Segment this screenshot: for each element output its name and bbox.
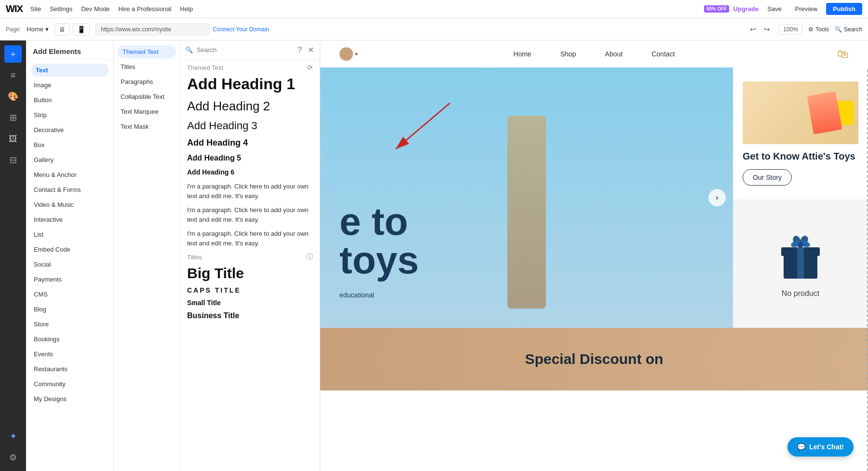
search-button[interactable]: 🔍 Search (835, 26, 862, 33)
chevron-down-icon: ▾ (45, 26, 49, 33)
menu-help[interactable]: Help (180, 5, 193, 13)
nav-dropdown-icon[interactable]: ▾ (355, 51, 358, 57)
add-heading-5[interactable]: Add Heading 5 (187, 154, 313, 162)
subpanel-text-mask[interactable]: Text Mask (114, 119, 180, 134)
paragraph-2[interactable]: I'm a paragraph. Click here to add your … (187, 205, 313, 224)
get-to-know-title: Get to Know Attie's Toys (743, 150, 855, 162)
panel-search-input[interactable] (197, 46, 293, 54)
add-elements-item-community[interactable]: Community (26, 377, 113, 391)
toy-image (743, 81, 858, 144)
subpanel-themed-text[interactable]: Themed Text (118, 45, 176, 58)
nav-link-contact[interactable]: Contact (651, 50, 675, 58)
sidebar-apps[interactable]: ⊞ (4, 109, 22, 126)
add-elements-item-mydesigns[interactable]: My Designs (26, 391, 113, 406)
sidebar-design[interactable]: 🎨 (4, 88, 22, 105)
menu-hire[interactable]: Hire a Professional (118, 5, 171, 13)
add-elements-item-text[interactable]: Text (31, 64, 108, 77)
themed-text-label: Themed Text (187, 64, 223, 71)
titles-section-header: Titles ⓘ (187, 253, 313, 261)
special-discount-text: Special Discount on (525, 351, 664, 367)
add-elements-item-menu[interactable]: Menu & Anchor (26, 167, 113, 182)
add-heading-4[interactable]: Add Heading 4 (187, 138, 313, 148)
add-heading-2[interactable]: Add Heading 2 (187, 99, 313, 114)
add-elements-item-box[interactable]: Box (26, 137, 113, 152)
cart-icon[interactable]: 🛍 (837, 47, 849, 60)
add-elements-item-bookings[interactable]: Bookings (26, 332, 113, 347)
nav-link-home[interactable]: Home (514, 50, 531, 58)
desktop-view-button[interactable]: 🖥 (54, 23, 70, 36)
hero-right-top: Get to Know Attie's Toys Our Story (733, 67, 868, 200)
paragraph-1[interactable]: I'm a paragraph. Click here to add your … (187, 182, 313, 201)
top-menu: Site Settings Dev Mode Hire a Profession… (30, 5, 193, 13)
paragraph-3[interactable]: I'm a paragraph. Click here to add your … (187, 229, 313, 248)
titles-info-icon[interactable]: ⓘ (306, 253, 313, 261)
nav-link-shop[interactable]: Shop (560, 50, 576, 58)
tools-button[interactable]: ⚙ Tools (808, 26, 829, 33)
publish-button[interactable]: Publish (826, 3, 862, 15)
add-elements-item-social[interactable]: Social (26, 257, 113, 272)
sidebar-media[interactable]: 🖼 (4, 130, 22, 148)
add-elements-item-restaurants[interactable]: Restaurants (26, 362, 113, 377)
subpanel-collapsible[interactable]: Collapsible Text (114, 89, 180, 104)
panel-help-button[interactable]: ? (297, 45, 303, 55)
menu-settings[interactable]: Settings (50, 5, 72, 13)
add-elements-item-embed[interactable]: Embed Code (26, 242, 113, 257)
nav-avatar (339, 47, 353, 61)
main-layout: ＋ ≡ 🎨 ⊞ 🖼 ⊟ ✦ ⚙ Add Elements Text Image … (0, 40, 868, 471)
connect-domain-link[interactable]: Connect Your Domain (213, 26, 269, 33)
svg-point-5 (798, 242, 803, 248)
add-heading-3[interactable]: Add Heading 3 (187, 120, 313, 132)
sidebar-add-elements[interactable]: ＋ (4, 45, 22, 63)
add-elements-item-contact[interactable]: Contact & Forms (26, 182, 113, 197)
mobile-view-button[interactable]: 📱 (73, 23, 90, 36)
nav-link-about[interactable]: About (605, 50, 623, 58)
add-heading-6[interactable]: Add Heading 6 (187, 168, 313, 176)
undo-button[interactable]: ↩ (747, 24, 759, 35)
add-elements-item-payments[interactable]: Payments (26, 272, 113, 287)
our-story-button[interactable]: Our Story (743, 169, 792, 186)
page-selector[interactable]: Home ▾ (27, 26, 49, 33)
add-elements-item-interactive[interactable]: Interactive (26, 212, 113, 227)
refresh-icon[interactable]: ⟳ (307, 64, 313, 71)
hero-text-line2: toys (339, 241, 419, 280)
sidebar-wix-app[interactable]: ✦ (4, 428, 22, 445)
track-vertical (507, 116, 546, 309)
save-button[interactable]: Save (762, 3, 787, 14)
menu-site[interactable]: Site (30, 5, 41, 13)
add-elements-item-events[interactable]: Events (26, 347, 113, 362)
subpanel-marquee[interactable]: Text Marquee (114, 104, 180, 119)
redo-button[interactable]: ↪ (761, 24, 773, 35)
upgrade-button[interactable]: Upgrade (733, 5, 759, 13)
chat-icon: 💬 (797, 443, 805, 451)
add-elements-item-cms[interactable]: CMS (26, 287, 113, 302)
sidebar-pages[interactable]: ≡ (4, 67, 22, 84)
add-elements-item-blog[interactable]: Blog (26, 302, 113, 317)
business-title[interactable]: Business Title (187, 311, 313, 320)
subpanel-paragraphs[interactable]: Paragraphs (114, 74, 180, 89)
device-selector: 🖥 📱 (54, 23, 90, 36)
add-elements-item-strip[interactable]: Strip (26, 108, 113, 122)
hero-next-button[interactable]: › (708, 189, 726, 206)
panel-close-button[interactable]: ✕ (307, 44, 315, 55)
subpanel-titles[interactable]: Titles (114, 59, 180, 74)
add-elements-item-video[interactable]: Video & Music (26, 197, 113, 212)
content-preview-panel: 🔍 ? ✕ Themed Text ⟳ Add Heading 1 Add He… (180, 40, 320, 471)
chat-button[interactable]: 💬 Let's Chat! (787, 437, 854, 457)
caps-title[interactable]: CAPS TITLE (187, 286, 313, 294)
toy-shape-red (807, 91, 842, 134)
add-elements-item-list[interactable]: List (26, 227, 113, 242)
add-heading-1[interactable]: Add Heading 1 (187, 75, 313, 93)
big-title[interactable]: Big Title (187, 265, 313, 282)
menu-devmode[interactable]: Dev Mode (81, 5, 109, 13)
add-elements-item-gallery[interactable]: Gallery (26, 152, 113, 167)
small-title[interactable]: Small Title (187, 299, 313, 307)
sidebar-grid[interactable]: ⊟ (4, 151, 22, 169)
add-elements-item-image[interactable]: Image (26, 78, 113, 93)
discount-badge: 50% OFF (704, 5, 730, 13)
add-elements-item-store[interactable]: Store (26, 317, 113, 332)
preview-button[interactable]: Preview (790, 3, 822, 14)
add-elements-item-button[interactable]: Button (26, 93, 113, 108)
undo-redo-group: ↩ ↪ (747, 24, 773, 35)
sidebar-settings-bottom[interactable]: ⚙ (4, 449, 22, 466)
add-elements-item-decorative[interactable]: Decorative (26, 122, 113, 137)
